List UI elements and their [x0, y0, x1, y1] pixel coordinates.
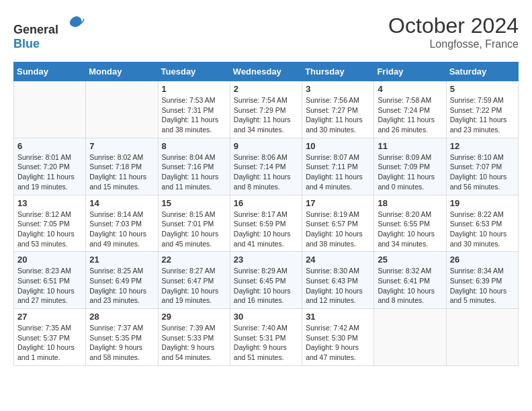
day-info: Sunrise: 8:30 AMSunset: 6:43 PMDaylight:…	[306, 266, 370, 306]
day-number: 10	[306, 141, 370, 151]
calendar-cell: 23Sunrise: 8:29 AMSunset: 6:45 PMDayligh…	[230, 252, 302, 309]
calendar-cell	[446, 309, 518, 366]
day-number: 28	[89, 312, 154, 322]
calendar-cell: 25Sunrise: 8:32 AMSunset: 6:41 PMDayligh…	[374, 252, 446, 309]
calendar-cell: 14Sunrise: 8:14 AMSunset: 7:03 PMDayligh…	[86, 195, 158, 252]
day-number: 21	[89, 255, 154, 265]
calendar-cell	[374, 309, 446, 366]
calendar-cell: 5Sunrise: 7:59 AMSunset: 7:22 PMDaylight…	[446, 81, 518, 138]
day-number: 5	[450, 84, 515, 94]
day-info: Sunrise: 8:01 AMSunset: 7:20 PMDaylight:…	[17, 152, 82, 192]
day-number: 26	[450, 255, 515, 265]
location-title: Longfosse, France	[388, 38, 519, 50]
day-info: Sunrise: 8:32 AMSunset: 6:41 PMDaylight:…	[378, 266, 442, 306]
calendar-cell: 1Sunrise: 7:53 AMSunset: 7:31 PMDaylight…	[158, 81, 230, 138]
day-number: 31	[306, 312, 370, 322]
calendar-cell: 18Sunrise: 8:20 AMSunset: 6:55 PMDayligh…	[374, 195, 446, 252]
calendar-cell: 22Sunrise: 8:27 AMSunset: 6:47 PMDayligh…	[158, 252, 230, 309]
calendar-cell	[14, 81, 86, 138]
day-number: 29	[162, 312, 226, 322]
calendar-week-4: 20Sunrise: 8:23 AMSunset: 6:51 PMDayligh…	[14, 252, 519, 309]
calendar-week-2: 6Sunrise: 8:01 AMSunset: 7:20 PMDaylight…	[14, 138, 519, 195]
calendar-week-1: 1Sunrise: 7:53 AMSunset: 7:31 PMDaylight…	[14, 81, 519, 138]
calendar-cell: 11Sunrise: 8:09 AMSunset: 7:09 PMDayligh…	[374, 138, 446, 195]
calendar-table: SundayMondayTuesdayWednesdayThursdayFrid…	[13, 62, 519, 366]
weekday-header-row: SundayMondayTuesdayWednesdayThursdayFrid…	[14, 62, 519, 81]
day-number: 25	[378, 255, 442, 265]
day-number: 18	[378, 198, 442, 208]
day-number: 4	[378, 84, 442, 94]
calendar-cell: 19Sunrise: 8:22 AMSunset: 6:53 PMDayligh…	[446, 195, 518, 252]
calendar-cell: 15Sunrise: 8:15 AMSunset: 7:01 PMDayligh…	[158, 195, 230, 252]
calendar-cell: 6Sunrise: 8:01 AMSunset: 7:20 PMDaylight…	[14, 138, 86, 195]
calendar-cell	[86, 81, 158, 138]
logo-bird-icon	[64, 13, 85, 34]
day-number: 8	[162, 141, 226, 151]
day-number: 22	[162, 255, 226, 265]
day-number: 2	[234, 84, 298, 94]
calendar-cell: 12Sunrise: 8:10 AMSunset: 7:07 PMDayligh…	[446, 138, 518, 195]
day-info: Sunrise: 8:04 AMSunset: 7:16 PMDaylight:…	[162, 152, 226, 192]
day-number: 17	[306, 198, 370, 208]
day-info: Sunrise: 8:20 AMSunset: 6:55 PMDaylight:…	[378, 210, 442, 249]
calendar-cell: 27Sunrise: 7:35 AMSunset: 5:37 PMDayligh…	[14, 309, 86, 366]
day-info: Sunrise: 8:29 AMSunset: 6:45 PMDaylight:…	[234, 266, 298, 306]
calendar-cell: 24Sunrise: 8:30 AMSunset: 6:43 PMDayligh…	[302, 252, 374, 309]
weekday-header-sunday: Sunday	[14, 62, 86, 81]
calendar-cell: 20Sunrise: 8:23 AMSunset: 6:51 PMDayligh…	[14, 252, 86, 309]
title-block: October 2024 Longfosse, France	[388, 13, 519, 50]
day-info: Sunrise: 7:56 AMSunset: 7:27 PMDaylight:…	[306, 95, 370, 135]
page-header: General Blue October 2024 Longfosse, Fra…	[13, 13, 519, 51]
day-number: 9	[234, 141, 298, 151]
day-info: Sunrise: 7:59 AMSunset: 7:22 PMDaylight:…	[450, 95, 515, 135]
calendar-cell: 28Sunrise: 7:37 AMSunset: 5:35 PMDayligh…	[86, 309, 158, 366]
day-info: Sunrise: 8:02 AMSunset: 7:18 PMDaylight:…	[89, 152, 154, 192]
month-title: October 2024	[388, 13, 519, 38]
day-info: Sunrise: 8:10 AMSunset: 7:07 PMDaylight:…	[450, 152, 515, 192]
day-number: 19	[450, 198, 515, 208]
day-info: Sunrise: 8:17 AMSunset: 6:59 PMDaylight:…	[234, 210, 298, 249]
day-info: Sunrise: 7:35 AMSunset: 5:37 PMDaylight:…	[17, 323, 82, 363]
calendar-cell: 10Sunrise: 8:07 AMSunset: 7:11 PMDayligh…	[302, 138, 374, 195]
logo-text: General Blue	[13, 13, 85, 51]
day-info: Sunrise: 8:09 AMSunset: 7:09 PMDaylight:…	[378, 152, 442, 192]
day-info: Sunrise: 8:34 AMSunset: 6:39 PMDaylight:…	[450, 266, 515, 306]
weekday-header-saturday: Saturday	[446, 62, 518, 81]
day-info: Sunrise: 8:27 AMSunset: 6:47 PMDaylight:…	[162, 266, 226, 306]
day-number: 14	[89, 198, 154, 208]
day-info: Sunrise: 8:12 AMSunset: 7:05 PMDaylight:…	[17, 210, 82, 249]
day-number: 13	[17, 198, 82, 208]
day-number: 15	[162, 198, 226, 208]
day-info: Sunrise: 8:23 AMSunset: 6:51 PMDaylight:…	[17, 266, 82, 306]
day-number: 6	[17, 141, 82, 151]
day-number: 27	[17, 312, 82, 322]
weekday-header-monday: Monday	[86, 62, 158, 81]
calendar-cell: 8Sunrise: 8:04 AMSunset: 7:16 PMDaylight…	[158, 138, 230, 195]
calendar-cell: 21Sunrise: 8:25 AMSunset: 6:49 PMDayligh…	[86, 252, 158, 309]
weekday-header-thursday: Thursday	[302, 62, 374, 81]
calendar-cell: 2Sunrise: 7:54 AMSunset: 7:29 PMDaylight…	[230, 81, 302, 138]
day-info: Sunrise: 7:53 AMSunset: 7:31 PMDaylight:…	[162, 95, 226, 135]
weekday-header-wednesday: Wednesday	[230, 62, 302, 81]
day-info: Sunrise: 8:06 AMSunset: 7:14 PMDaylight:…	[234, 152, 298, 192]
day-info: Sunrise: 7:39 AMSunset: 5:33 PMDaylight:…	[162, 323, 226, 363]
day-info: Sunrise: 7:42 AMSunset: 5:30 PMDaylight:…	[306, 323, 370, 363]
day-info: Sunrise: 8:25 AMSunset: 6:49 PMDaylight:…	[89, 266, 154, 306]
calendar-week-3: 13Sunrise: 8:12 AMSunset: 7:05 PMDayligh…	[14, 195, 519, 252]
day-info: Sunrise: 7:58 AMSunset: 7:24 PMDaylight:…	[378, 95, 442, 135]
day-info: Sunrise: 8:07 AMSunset: 7:11 PMDaylight:…	[306, 152, 370, 192]
calendar-cell: 13Sunrise: 8:12 AMSunset: 7:05 PMDayligh…	[14, 195, 86, 252]
weekday-header-tuesday: Tuesday	[158, 62, 230, 81]
day-info: Sunrise: 8:14 AMSunset: 7:03 PMDaylight:…	[89, 210, 154, 249]
calendar-cell: 29Sunrise: 7:39 AMSunset: 5:33 PMDayligh…	[158, 309, 230, 366]
calendar-cell: 30Sunrise: 7:40 AMSunset: 5:31 PMDayligh…	[230, 309, 302, 366]
day-number: 30	[234, 312, 298, 322]
day-info: Sunrise: 7:54 AMSunset: 7:29 PMDaylight:…	[234, 95, 298, 135]
day-info: Sunrise: 8:19 AMSunset: 6:57 PMDaylight:…	[306, 210, 370, 249]
calendar-cell: 7Sunrise: 8:02 AMSunset: 7:18 PMDaylight…	[86, 138, 158, 195]
day-number: 11	[378, 141, 442, 151]
day-info: Sunrise: 8:15 AMSunset: 7:01 PMDaylight:…	[162, 210, 226, 249]
logo-blue: Blue	[13, 37, 40, 50]
day-number: 16	[234, 198, 298, 208]
calendar-cell: 9Sunrise: 8:06 AMSunset: 7:14 PMDaylight…	[230, 138, 302, 195]
